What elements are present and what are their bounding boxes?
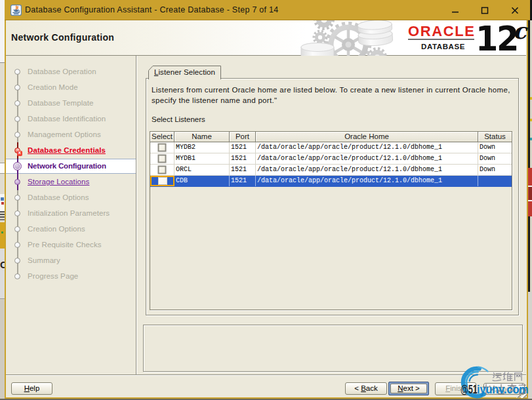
step-label: Database Template [28, 99, 94, 107]
next-button[interactable]: Next > [390, 384, 427, 393]
cell-select-mydb2 [150, 142, 174, 153]
oracle-logo: ORACLE DATABASE [408, 25, 476, 50]
oracle-12-version: 12 [476, 22, 518, 56]
maximize-icon [481, 7, 489, 14]
step-circle-icon [14, 242, 20, 248]
page-title: Network Configuration [11, 32, 114, 43]
bg-left-band [0, 163, 5, 173]
column-header-port[interactable]: Port [230, 132, 256, 142]
cell-name-mydb1: MYDB1 [174, 153, 230, 164]
cell-home-mydb2: /data/oracle/app/oracle/product/12.1.0/d… [256, 142, 478, 153]
cell-name-mydb2: MYDB2 [174, 142, 230, 153]
next-button-default-ring: Next > [388, 382, 429, 395]
cell-status-cdb [478, 176, 512, 186]
bg-left-stripe2 [0, 214, 5, 215]
back-button[interactable]: < Back [345, 382, 387, 395]
oracle-c-suffix: c [513, 20, 527, 42]
listeners-table[interactable]: SelectNamePortOracle HomeStatus MYDB2152… [150, 131, 512, 310]
back-label: < Back [354, 384, 378, 392]
gears-graphic [279, 20, 417, 56]
watermark-site-name [491, 371, 523, 382]
next-label: Next > [398, 384, 420, 392]
table-row-mydb2[interactable]: MYDB21521/data/oracle/app/oracle/product… [150, 142, 512, 153]
table-header: SelectNamePortOracle HomeStatus [150, 132, 512, 142]
screen: C Database Configuration Assistant - Cre… [0, 0, 532, 400]
checkbox[interactable] [158, 144, 167, 152]
step-label: Database Options [28, 193, 89, 201]
minimize-icon [451, 7, 459, 14]
cell-name-cdb: CDB [174, 176, 230, 186]
table-row-mydb1[interactable]: MYDB11521/data/oracle/app/oracle/product… [150, 153, 512, 165]
bg-left-bottom [0, 299, 5, 400]
step-circle-icon [14, 195, 20, 201]
cell-select-orcl [150, 165, 174, 175]
oracle-wordmark: ORACLE [408, 25, 476, 38]
table-row-orcl[interactable]: ORCL1521/data/oracle/app/oracle/product/… [150, 165, 512, 176]
step-label: Progress Page [28, 272, 78, 280]
cell-status-orcl: Down [478, 165, 512, 175]
cell-select-mydb1 [150, 153, 174, 164]
bg-left-gray [0, 249, 5, 298]
step-circle-icon [14, 116, 20, 122]
column-header-name[interactable]: Name [174, 132, 230, 142]
table-row-cdb[interactable]: CDB1521/data/oracle/app/oracle/product/1… [150, 176, 512, 187]
column-header-oracle-home[interactable]: Oracle Home [256, 132, 478, 142]
step-label: Creation Options [28, 225, 85, 233]
bg-left-doc-icon2 [1, 202, 4, 205]
cell-home-orcl: /data/oracle/app/oracle/product/12.1.0/d… [256, 165, 478, 175]
step-label: Database Operation [28, 68, 96, 75]
cell-name-orcl: ORCL [174, 165, 230, 175]
step-circle-icon [14, 100, 20, 106]
step-label: Pre Requisite Checks [28, 241, 102, 249]
minimize-button[interactable] [445, 0, 465, 20]
maximize-button[interactable] [475, 0, 495, 20]
step-circle-icon [14, 273, 20, 279]
bg-left-green-dot [1, 231, 3, 233]
step-circle-icon [14, 69, 20, 75]
step-circle-icon [13, 162, 22, 170]
java-icon [10, 5, 22, 16]
step-label: Storage Locations [28, 178, 89, 186]
error-badge-icon: x [17, 151, 22, 156]
cell-home-cdb: /data/oracle/app/oracle/product/12.1.0/d… [256, 176, 478, 186]
cell-port-mydb2: 1521 [230, 142, 256, 153]
bg-left-letter: C [0, 259, 5, 271]
bg-left-line3 [0, 173, 5, 174]
cell-port-cdb: 1521 [230, 176, 256, 186]
step-circle-icon [14, 258, 20, 264]
bg-left-line [0, 62, 5, 63]
cell-select-cdb [150, 176, 174, 186]
column-header-select[interactable]: Select [150, 132, 174, 142]
step-circle-icon [14, 210, 20, 216]
window-title: Database Configuration Assistant - Creat… [25, 0, 279, 20]
bg-right-red-line2 [528, 200, 532, 201]
step-label: Database Identification [28, 115, 106, 123]
column-header-status[interactable]: Status [478, 132, 512, 142]
checkbox[interactable] [158, 166, 167, 174]
step-circle-icon [14, 226, 20, 232]
select-listeners-label: Select Listeners [152, 115, 205, 123]
bg-left-stripe4 [0, 219, 5, 220]
bg-left-stripe3 [0, 216, 5, 218]
checkbox[interactable] [158, 155, 167, 163]
description-text: Listeners from current Oracle home are l… [152, 85, 525, 106]
step-circle-icon [14, 85, 20, 90]
help-button[interactable]: Help [11, 382, 52, 395]
step-label: Initialization Parameters [28, 209, 110, 217]
cell-port-mydb1: 1521 [230, 153, 256, 164]
step-label: Summary [28, 256, 60, 264]
step-label: Creation Mode [28, 83, 78, 91]
close-icon [511, 7, 519, 14]
bg-left-gold-band [0, 222, 5, 249]
footer-separator-highlight [6, 375, 526, 376]
watermark-handle: @51 [460, 383, 478, 397]
bg-left-white [0, 0, 5, 62]
cell-status-mydb1: Down [478, 153, 512, 164]
description-line2: specify the listener name and port." [152, 96, 525, 106]
watermark-domain: iyunv.com [477, 382, 529, 397]
tab-label: Listener Selection [154, 68, 215, 76]
checkbox[interactable] [158, 177, 167, 186]
bg-left-doc-icon [1, 197, 4, 201]
sidebar-divider-highlight [136, 56, 137, 374]
tab-listener-selection[interactable]: Listener Selection [148, 66, 221, 79]
